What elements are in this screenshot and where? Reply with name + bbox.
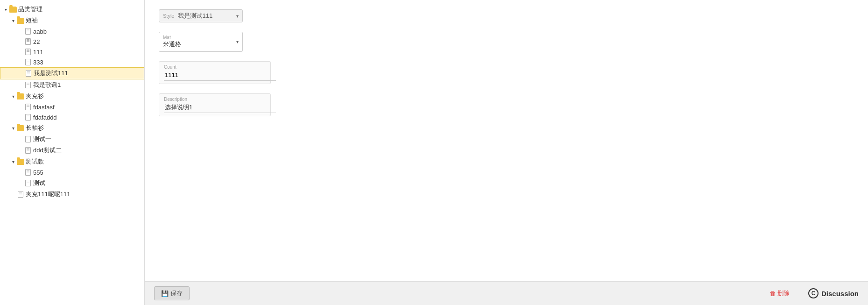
mat-label: Mat xyxy=(163,35,236,40)
doc-icon xyxy=(24,38,32,45)
sidebar: ▾品类管理▾短袖aabb22111333我是测试111我是歌谣1▾夹克衫fdas… xyxy=(0,0,145,305)
tree-item-label: 333 xyxy=(33,59,43,66)
tree-item-短袖[interactable]: ▾短袖 xyxy=(0,15,144,26)
tree-item-label: 测试 xyxy=(33,179,45,187)
style-label: Style xyxy=(163,13,174,19)
mat-select[interactable]: Mat 米通格 ▾ xyxy=(159,32,243,52)
doc-icon xyxy=(17,191,24,198)
tree-item-ddd测试二[interactable]: ddd测试二 xyxy=(0,145,144,156)
tree-item-root[interactable]: ▾品类管理 xyxy=(0,4,144,15)
doc-icon xyxy=(24,179,32,187)
tree-item-我是歌谣1[interactable]: 我是歌谣1 xyxy=(0,79,144,91)
tree-item-label: fdafaddd xyxy=(33,114,57,121)
doc-icon xyxy=(24,48,32,56)
delete-button[interactable]: 🗑 删除 xyxy=(769,289,790,298)
tree-item-label: fdasfasf xyxy=(33,104,55,111)
toggle-icon[interactable]: ▾ xyxy=(10,18,16,23)
tree-item-111[interactable]: 111 xyxy=(0,47,144,57)
doc-icon xyxy=(24,113,32,121)
description-box: Description xyxy=(159,93,271,116)
tree-item-label: 我是测试111 xyxy=(34,69,68,78)
discussion-area: C Discussion xyxy=(808,288,859,298)
tree-item-label: 测试一 xyxy=(33,135,51,143)
tree-item-label: 长袖衫 xyxy=(26,124,44,132)
mat-field-group: Mat 米通格 ▾ xyxy=(159,32,854,52)
save-label: 保存 xyxy=(170,289,183,298)
footer-bar: 💾 保存 🗑 删除 C Discussion xyxy=(145,281,868,305)
tree-item-测试[interactable]: 测试 xyxy=(0,177,144,189)
count-input[interactable] xyxy=(164,70,276,81)
folder-icon xyxy=(17,158,24,165)
chevron-down-icon: ▾ xyxy=(236,14,239,19)
delete-label: 删除 xyxy=(777,289,790,298)
doc-icon xyxy=(24,28,32,35)
tree-item-label: 111 xyxy=(33,49,43,56)
description-field-group: Description xyxy=(159,93,854,116)
doc-icon xyxy=(24,81,32,89)
save-icon: 💾 xyxy=(161,290,169,297)
tree-item-测试款[interactable]: ▾测试款 xyxy=(0,156,144,167)
tree-item-555[interactable]: 555 xyxy=(0,167,144,177)
tree-item-aabb[interactable]: aabb xyxy=(0,26,144,36)
tree-item-fdafaddd[interactable]: fdafaddd xyxy=(0,112,144,122)
tree-item-label: 测试款 xyxy=(26,157,44,166)
folder-icon xyxy=(9,6,17,13)
tree-item-22[interactable]: 22 xyxy=(0,36,144,47)
form-area: Style 我是测试111 ▾ Mat 米通格 ▾ Count xyxy=(145,0,868,281)
tree-item-label: aabb xyxy=(33,28,47,35)
tree-item-夹克111呢呢111[interactable]: 夹克111呢呢111 xyxy=(0,189,144,200)
folder-icon xyxy=(17,124,24,132)
chevron-down-icon: ▾ xyxy=(236,39,239,44)
tree-item-333[interactable]: 333 xyxy=(0,57,144,67)
toggle-icon[interactable]: ▾ xyxy=(3,7,8,12)
delete-icon: 🗑 xyxy=(769,290,776,297)
tree-item-夹克衫[interactable]: ▾夹克衫 xyxy=(0,91,144,102)
save-button[interactable]: 💾 保存 xyxy=(154,286,190,300)
tree-item-label: ddd测试二 xyxy=(33,146,62,155)
count-label: Count xyxy=(164,64,266,70)
count-field-group: Count xyxy=(159,61,854,84)
doc-icon xyxy=(24,58,32,66)
toggle-icon[interactable]: ▾ xyxy=(10,125,16,131)
tree-item-测试一[interactable]: 测试一 xyxy=(0,134,144,145)
tree-item-我是测试111[interactable]: 我是测试111 xyxy=(0,67,144,79)
description-label: Description xyxy=(164,97,266,102)
doc-icon xyxy=(24,147,32,154)
tree-item-label: 品类管理 xyxy=(18,5,42,14)
tree-item-label: 夹克111呢呢111 xyxy=(26,190,70,199)
doc-icon xyxy=(25,70,32,77)
style-field-group: Style 我是测试111 ▾ xyxy=(159,9,854,22)
toggle-icon[interactable]: ▾ xyxy=(10,159,16,164)
tree-item-长袖衫[interactable]: ▾长袖衫 xyxy=(0,122,144,134)
doc-icon xyxy=(24,135,32,143)
discussion-label: Discussion xyxy=(821,290,859,298)
folder-icon xyxy=(17,92,24,100)
discussion-icon: C xyxy=(808,288,819,298)
mat-value: 米通格 xyxy=(163,41,181,48)
doc-icon xyxy=(24,103,32,111)
folder-icon xyxy=(17,17,24,24)
main-content: Style 我是测试111 ▾ Mat 米通格 ▾ Count xyxy=(145,0,868,305)
style-value: 我是测试111 xyxy=(178,12,236,20)
style-select[interactable]: Style 我是测试111 ▾ xyxy=(159,9,243,22)
tree-item-fdasfasf[interactable]: fdasfasf xyxy=(0,102,144,112)
toggle-icon[interactable]: ▾ xyxy=(10,93,16,99)
description-input[interactable] xyxy=(164,102,276,113)
tree-item-label: 我是歌谣1 xyxy=(33,81,61,89)
count-box: Count xyxy=(159,61,271,84)
tree-item-label: 短袖 xyxy=(26,16,38,25)
tree-item-label: 夹克衫 xyxy=(26,92,44,100)
tree-item-label: 22 xyxy=(33,38,40,45)
tree-item-label: 555 xyxy=(33,169,43,176)
doc-icon xyxy=(24,169,32,176)
